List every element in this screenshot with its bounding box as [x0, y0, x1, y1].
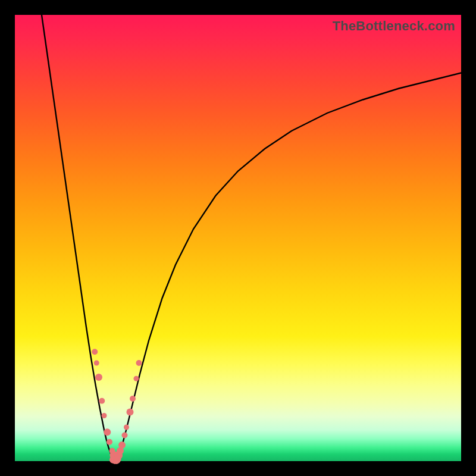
marker-dot [99, 398, 105, 404]
marker-dot [95, 374, 102, 381]
marker-dot [107, 439, 112, 445]
plot-area: TheBottleneck.com [15, 15, 461, 461]
marker-dot [134, 376, 139, 381]
marker-dot [127, 409, 134, 416]
marker-dot [104, 428, 111, 436]
marker-dot [114, 456, 121, 463]
curve-svg [15, 15, 461, 461]
marker-dot [94, 361, 99, 366]
marker-dot [130, 396, 136, 402]
marker-dot [92, 349, 98, 355]
marker-dot [102, 413, 107, 418]
marker-dot [122, 433, 128, 439]
curve-left [42, 15, 115, 461]
marker-dot [136, 360, 142, 366]
chart-frame: TheBottleneck.com [0, 0, 476, 476]
curve-right [115, 73, 461, 461]
marker-dot [124, 425, 129, 430]
marker-dot [118, 441, 126, 449]
